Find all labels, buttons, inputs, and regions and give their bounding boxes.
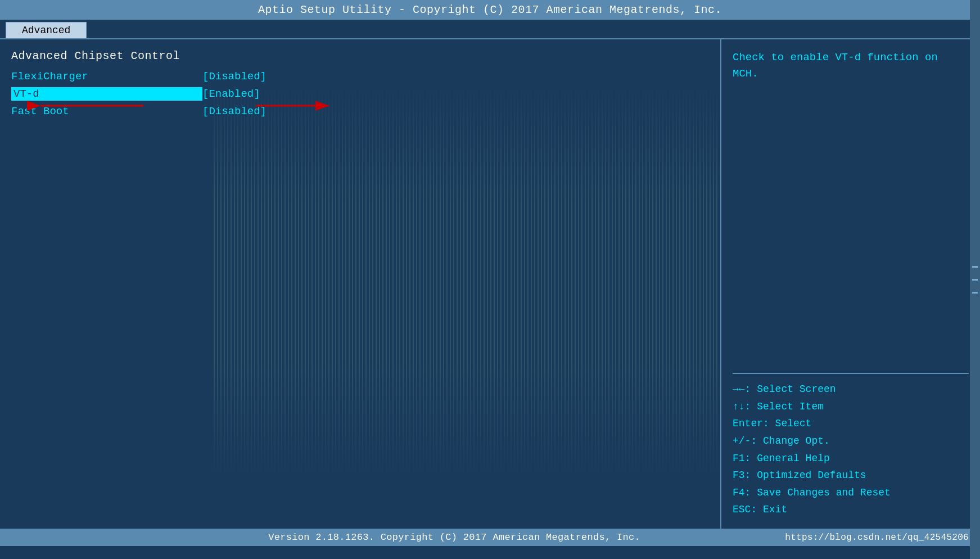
flexicharger-label: FlexiCharger xyxy=(11,70,202,83)
key-hint-key: +/-: Change Opt. xyxy=(733,435,830,447)
key-hint-key: F1: General Help xyxy=(733,453,830,464)
key-hint-row: ESC: Exit xyxy=(733,501,969,519)
key-hint-key: Enter: Select xyxy=(733,418,811,429)
tab-row: Advanced xyxy=(0,20,980,39)
menu-heading: Advanced Chipset Control xyxy=(11,49,709,62)
key-hints: →←: Select Screen↑↓: Select ItemEnter: S… xyxy=(733,373,969,519)
fastboot-value: [Disabled] xyxy=(202,105,267,118)
key-hint-row: F4: Save Changes and Reset xyxy=(733,484,969,502)
menu-row-vtd[interactable]: VT-d [Enabled] xyxy=(11,87,709,101)
bottom-bar: Version 2.18.1263. Copyright (C) 2017 Am… xyxy=(0,529,980,546)
version-text: Version 2.18.1263. Copyright (C) 2017 Am… xyxy=(124,532,785,543)
left-panel: Advanced Chipset Control xyxy=(0,39,721,529)
key-hint-row: ↑↓: Select Item xyxy=(733,398,969,416)
right-panel: Check to enable VT-d function on MCH. →←… xyxy=(721,39,980,529)
key-hint-row: F3: Optimized Defaults xyxy=(733,467,969,484)
right-edge-bar xyxy=(970,0,980,559)
key-hint-key: ↑↓: Select Item xyxy=(733,401,824,412)
edge-mark xyxy=(972,292,978,294)
title-bar: Aptio Setup Utility - Copyright (C) 2017… xyxy=(0,0,980,20)
key-hint-key: →←: Select Screen xyxy=(733,384,836,395)
edge-mark xyxy=(972,266,978,268)
key-hint-key: ESC: Exit xyxy=(733,504,787,515)
menu-row-fastboot[interactable]: Fast Boot [Disabled] xyxy=(11,105,709,118)
title-text: Aptio Setup Utility - Copyright (C) 2017… xyxy=(258,3,722,16)
key-hint-key: F3: Optimized Defaults xyxy=(733,470,866,481)
fastboot-label: Fast Boot xyxy=(11,105,202,118)
edge-mark xyxy=(972,279,978,281)
key-hint-row: +/-: Change Opt. xyxy=(733,432,969,450)
vtd-label: VT-d xyxy=(11,87,202,101)
key-hint-row: →←: Select Screen xyxy=(733,381,969,398)
key-hint-row: Enter: Select xyxy=(733,415,969,432)
main-area: Advanced Chipset Control xyxy=(0,39,980,529)
help-text: Check to enable VT-d function on MCH. xyxy=(733,49,969,366)
vtd-value: [Enabled] xyxy=(202,88,260,100)
flexicharger-value: [Disabled] xyxy=(202,70,267,83)
menu-row-flexicharger[interactable]: FlexiCharger [Disabled] xyxy=(11,70,709,83)
tab-advanced[interactable]: Advanced xyxy=(6,22,87,38)
key-hint-row: F1: General Help xyxy=(733,450,969,467)
key-hint-key: F4: Save Changes and Reset xyxy=(733,487,891,498)
url-text: https://blog.csdn.net/qq_42545206 xyxy=(785,533,969,543)
decoration xyxy=(214,84,540,478)
